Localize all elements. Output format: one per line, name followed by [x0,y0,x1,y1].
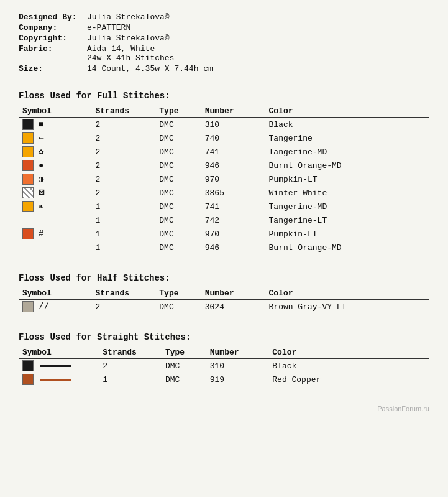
copyright-row: Copyright: Julia Strekalova© [19,34,429,43]
color-cell: Black [265,118,429,132]
designed-by-value: Julia Strekalova© [87,12,429,22]
type-cell: DMC [162,359,206,373]
number-cell: 740 [201,131,265,145]
header-symbol: Symbol [19,287,92,300]
fabric-label: Fabric: [19,44,87,63]
type-cell: DMC [155,241,201,254]
symbol-cell: ← [19,131,92,145]
size-value: 14 Count, 4.35w X 7.44h cm [87,64,429,73]
symbol-cell: ● [19,159,92,172]
table-row: 1 DMC 946 Burnt Orange-MD [19,241,429,254]
header-type: Type [155,287,201,300]
color-cell: Red Copper [268,373,429,386]
type-cell: DMC [155,118,201,132]
number-cell: 919 [206,373,269,386]
size-label: Size: [19,64,87,73]
number-cell: 3865 [201,186,265,200]
half-stitches-section: Floss Used for Half Stitches: Symbol Str… [19,273,429,314]
table-row: ⊠ 2 DMC 3865 Winter White [19,186,429,200]
color-cell: Burnt Orange-MD [265,241,429,254]
table-row: 1 DMC 919 Red Copper [19,373,429,386]
strands-cell: 1 [99,373,162,386]
number-cell: 970 [201,227,265,241]
type-cell: DMC [155,145,201,159]
table-row: ✿ 2 DMC 741 Tangerine-MD [19,145,429,159]
type-cell: DMC [155,159,201,172]
color-cell: Pumpkin-LT [265,172,429,186]
size-row: Size: 14 Count, 4.35w X 7.44h cm [19,64,429,73]
color-cell: Tangerine-MD [265,145,429,159]
strands-cell: 1 [92,200,156,213]
symbol-cell: ◑ [19,172,92,186]
header-type: Type [155,105,201,118]
table-row: ← 2 DMC 740 Tangerine [19,131,429,145]
symbol-cell [19,359,99,373]
straight-stitches-section: Floss Used for Straight Stitches: Symbol… [19,332,429,386]
symbol-cell: ✿ [19,145,92,159]
symbol-cell: ⊠ [19,186,92,200]
header-strands: Strands [92,105,156,118]
full-stitches-title: Floss Used for Full Stitches: [19,91,429,101]
table-row: ■ 2 DMC 310 Black [19,118,429,132]
header-type: Type [162,346,206,359]
color-cell: Winter White [265,186,429,200]
designed-by-row: Designed By: Julia Strekalova© [19,12,429,22]
type-cell: DMC [155,186,201,200]
strands-cell: 2 [92,145,156,159]
company-row: Company: e-PATTERN [19,23,429,32]
watermark: PassionForum.ru [19,405,429,412]
number-cell: 946 [201,159,265,172]
symbol-cell [19,241,92,254]
symbol-cell: ❧ [19,200,92,213]
full-stitches-header: Symbol Strands Type Number Color [19,105,429,118]
header-symbol: Symbol [19,346,99,359]
straight-stitches-table: Symbol Strands Type Number Color 2 DMC 3… [19,346,429,386]
strands-cell: 2 [99,359,162,373]
header-color: Color [265,105,429,118]
strands-cell: 2 [92,118,156,132]
company-label: Company: [19,23,87,32]
number-cell: 310 [206,359,269,373]
table-row: ◑ 2 DMC 970 Pumpkin-LT [19,172,429,186]
fabric-value: Aida 14, White 24w X 41h Stitches [87,44,429,63]
number-cell: 310 [201,118,265,132]
strands-cell: 2 [92,131,156,145]
strands-cell: 2 [92,172,156,186]
strands-cell: 2 [92,159,156,172]
straight-stitches-header: Symbol Strands Type Number Color [19,346,429,359]
number-cell: 946 [201,241,265,254]
header-strands: Strands [99,346,162,359]
number-cell: 742 [201,213,265,227]
header-number: Number [201,105,265,118]
header-number: Number [206,346,269,359]
type-cell: DMC [155,131,201,145]
half-stitches-body: // 2 DMC 3024 Brown Gray-VY LT [19,300,429,314]
number-cell: 741 [201,145,265,159]
symbol-cell [19,373,99,386]
copyright-label: Copyright: [19,34,87,43]
table-row: ● 2 DMC 946 Burnt Orange-MD [19,159,429,172]
half-stitches-header: Symbol Strands Type Number Color [19,287,429,300]
table-row: 2 DMC 310 Black [19,359,429,373]
straight-stitches-body: 2 DMC 310 Black 1 DMC 919 Red Copper [19,359,429,387]
color-cell: Tangerine-LT [265,213,429,227]
number-cell: 3024 [201,300,265,314]
number-cell: 970 [201,172,265,186]
half-stitches-title: Floss Used for Half Stitches: [19,273,429,283]
type-cell: DMC [162,373,206,386]
full-stitches-table: Symbol Strands Type Number Color ■ 2 DMC… [19,105,429,254]
strands-cell: 2 [92,300,156,314]
half-stitches-table: Symbol Strands Type Number Color // 2 DM… [19,287,429,314]
designed-by-label: Designed By: [19,12,87,22]
strands-cell: 1 [92,213,156,227]
type-cell: DMC [155,300,201,314]
info-section: Designed By: Julia Strekalova© Company: … [19,12,429,73]
symbol-cell: // [19,300,92,314]
fabric-row: Fabric: Aida 14, White 24w X 41h Stitche… [19,44,429,63]
full-stitches-section: Floss Used for Full Stitches: Symbol Str… [19,91,429,254]
table-row: 1 DMC 742 Tangerine-LT [19,213,429,227]
type-cell: DMC [155,227,201,241]
table-row: // 2 DMC 3024 Brown Gray-VY LT [19,300,429,314]
full-stitches-body: ■ 2 DMC 310 Black ← 2 DMC 740 Tangerine … [19,118,429,255]
color-cell: Brown Gray-VY LT [265,300,429,314]
